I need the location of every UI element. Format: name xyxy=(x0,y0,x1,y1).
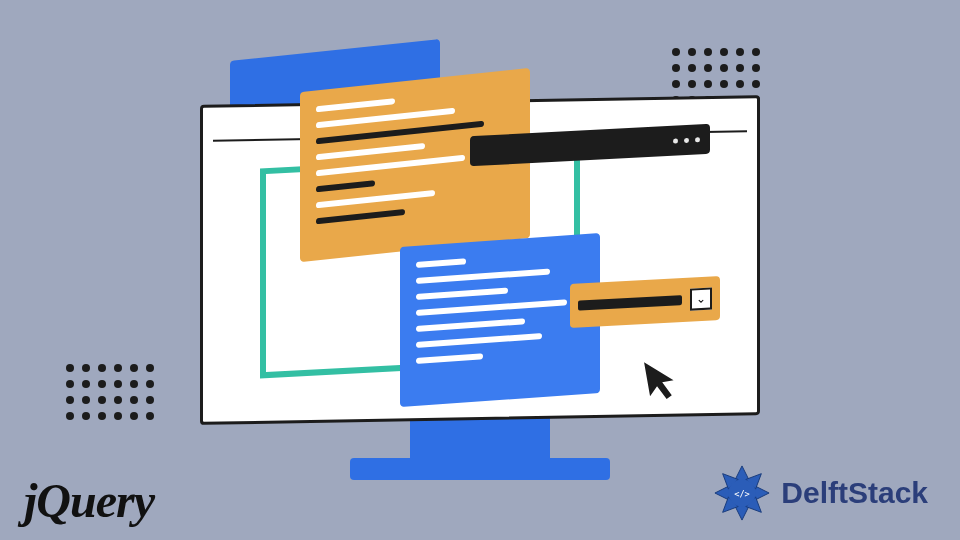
jquery-logo: jQuery xyxy=(24,473,154,528)
delftstack-logo: </> DelftStack xyxy=(713,464,928,522)
dropdown-select: ⌄ xyxy=(570,276,720,328)
decorative-dot-grid-bottom xyxy=(66,364,154,420)
svg-text:</>: </> xyxy=(734,489,750,499)
delftstack-rosette-icon: </> xyxy=(713,464,771,522)
illustration-canvas: ⌄ jQuery xyxy=(0,0,960,540)
delftstack-logo-text: DelftStack xyxy=(781,476,928,510)
dropdown-value-bar xyxy=(578,295,682,310)
code-window-orange xyxy=(300,68,530,262)
chevron-down-icon: ⌄ xyxy=(690,287,712,310)
monitor-base xyxy=(350,458,610,480)
